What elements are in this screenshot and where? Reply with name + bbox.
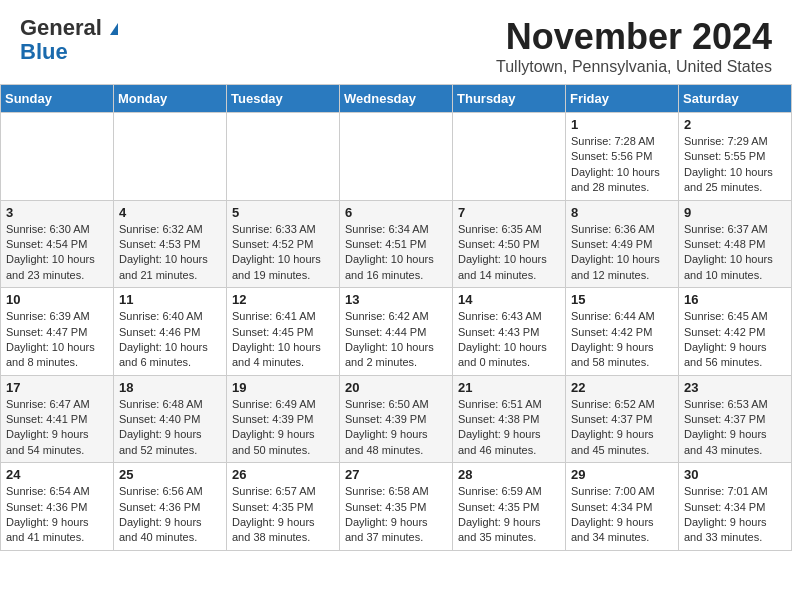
day-info: Sunrise: 6:34 AM Sunset: 4:51 PM Dayligh…	[345, 222, 447, 284]
day-number: 28	[458, 467, 560, 482]
day-info: Sunrise: 6:50 AM Sunset: 4:39 PM Dayligh…	[345, 397, 447, 459]
calendar-header-row: SundayMondayTuesdayWednesdayThursdayFrid…	[1, 85, 792, 113]
day-info: Sunrise: 6:33 AM Sunset: 4:52 PM Dayligh…	[232, 222, 334, 284]
calendar-cell: 16Sunrise: 6:45 AM Sunset: 4:42 PM Dayli…	[679, 288, 792, 376]
day-info: Sunrise: 6:49 AM Sunset: 4:39 PM Dayligh…	[232, 397, 334, 459]
day-number: 18	[119, 380, 221, 395]
day-info: Sunrise: 6:48 AM Sunset: 4:40 PM Dayligh…	[119, 397, 221, 459]
calendar-cell: 10Sunrise: 6:39 AM Sunset: 4:47 PM Dayli…	[1, 288, 114, 376]
day-info: Sunrise: 6:32 AM Sunset: 4:53 PM Dayligh…	[119, 222, 221, 284]
day-number: 13	[345, 292, 447, 307]
day-number: 5	[232, 205, 334, 220]
day-number: 14	[458, 292, 560, 307]
day-number: 10	[6, 292, 108, 307]
calendar-cell: 29Sunrise: 7:00 AM Sunset: 4:34 PM Dayli…	[566, 463, 679, 551]
day-info: Sunrise: 6:30 AM Sunset: 4:54 PM Dayligh…	[6, 222, 108, 284]
day-number: 23	[684, 380, 786, 395]
calendar-cell: 24Sunrise: 6:54 AM Sunset: 4:36 PM Dayli…	[1, 463, 114, 551]
day-number: 26	[232, 467, 334, 482]
day-info: Sunrise: 6:37 AM Sunset: 4:48 PM Dayligh…	[684, 222, 786, 284]
calendar-cell: 23Sunrise: 6:53 AM Sunset: 4:37 PM Dayli…	[679, 375, 792, 463]
calendar-cell: 18Sunrise: 6:48 AM Sunset: 4:40 PM Dayli…	[114, 375, 227, 463]
day-number: 7	[458, 205, 560, 220]
day-number: 29	[571, 467, 673, 482]
calendar-cell: 9Sunrise: 6:37 AM Sunset: 4:48 PM Daylig…	[679, 200, 792, 288]
day-info: Sunrise: 6:58 AM Sunset: 4:35 PM Dayligh…	[345, 484, 447, 546]
logo-blue: Blue	[20, 39, 68, 64]
calendar-cell: 25Sunrise: 6:56 AM Sunset: 4:36 PM Dayli…	[114, 463, 227, 551]
day-info: Sunrise: 6:41 AM Sunset: 4:45 PM Dayligh…	[232, 309, 334, 371]
day-info: Sunrise: 6:42 AM Sunset: 4:44 PM Dayligh…	[345, 309, 447, 371]
weekday-header-thursday: Thursday	[453, 85, 566, 113]
day-info: Sunrise: 6:56 AM Sunset: 4:36 PM Dayligh…	[119, 484, 221, 546]
day-number: 19	[232, 380, 334, 395]
calendar-cell: 11Sunrise: 6:40 AM Sunset: 4:46 PM Dayli…	[114, 288, 227, 376]
logo-general: General	[20, 15, 102, 40]
day-info: Sunrise: 6:43 AM Sunset: 4:43 PM Dayligh…	[458, 309, 560, 371]
day-info: Sunrise: 6:44 AM Sunset: 4:42 PM Dayligh…	[571, 309, 673, 371]
calendar-cell: 19Sunrise: 6:49 AM Sunset: 4:39 PM Dayli…	[227, 375, 340, 463]
location-title: Tullytown, Pennsylvania, United States	[496, 58, 772, 76]
title-block: November 2024 Tullytown, Pennsylvania, U…	[496, 16, 772, 76]
calendar-cell: 30Sunrise: 7:01 AM Sunset: 4:34 PM Dayli…	[679, 463, 792, 551]
calendar-cell	[114, 113, 227, 201]
weekday-header-tuesday: Tuesday	[227, 85, 340, 113]
day-info: Sunrise: 6:45 AM Sunset: 4:42 PM Dayligh…	[684, 309, 786, 371]
logo: General Blue	[20, 16, 118, 64]
page-header: General Blue November 2024 Tullytown, Pe…	[0, 0, 792, 84]
calendar-week-row: 10Sunrise: 6:39 AM Sunset: 4:47 PM Dayli…	[1, 288, 792, 376]
calendar-cell	[227, 113, 340, 201]
weekday-header-wednesday: Wednesday	[340, 85, 453, 113]
day-info: Sunrise: 6:59 AM Sunset: 4:35 PM Dayligh…	[458, 484, 560, 546]
day-number: 6	[345, 205, 447, 220]
day-info: Sunrise: 6:52 AM Sunset: 4:37 PM Dayligh…	[571, 397, 673, 459]
calendar-cell: 17Sunrise: 6:47 AM Sunset: 4:41 PM Dayli…	[1, 375, 114, 463]
day-number: 16	[684, 292, 786, 307]
day-info: Sunrise: 6:35 AM Sunset: 4:50 PM Dayligh…	[458, 222, 560, 284]
day-number: 24	[6, 467, 108, 482]
calendar-cell: 27Sunrise: 6:58 AM Sunset: 4:35 PM Dayli…	[340, 463, 453, 551]
day-number: 20	[345, 380, 447, 395]
weekday-header-sunday: Sunday	[1, 85, 114, 113]
day-number: 9	[684, 205, 786, 220]
day-info: Sunrise: 6:47 AM Sunset: 4:41 PM Dayligh…	[6, 397, 108, 459]
day-number: 2	[684, 117, 786, 132]
calendar-cell	[340, 113, 453, 201]
day-info: Sunrise: 6:40 AM Sunset: 4:46 PM Dayligh…	[119, 309, 221, 371]
day-number: 17	[6, 380, 108, 395]
day-number: 4	[119, 205, 221, 220]
calendar-cell: 21Sunrise: 6:51 AM Sunset: 4:38 PM Dayli…	[453, 375, 566, 463]
day-info: Sunrise: 6:54 AM Sunset: 4:36 PM Dayligh…	[6, 484, 108, 546]
day-number: 12	[232, 292, 334, 307]
day-info: Sunrise: 7:00 AM Sunset: 4:34 PM Dayligh…	[571, 484, 673, 546]
calendar-cell: 26Sunrise: 6:57 AM Sunset: 4:35 PM Dayli…	[227, 463, 340, 551]
calendar-cell	[453, 113, 566, 201]
calendar-week-row: 1Sunrise: 7:28 AM Sunset: 5:56 PM Daylig…	[1, 113, 792, 201]
weekday-header-monday: Monday	[114, 85, 227, 113]
calendar-cell: 1Sunrise: 7:28 AM Sunset: 5:56 PM Daylig…	[566, 113, 679, 201]
calendar-cell	[1, 113, 114, 201]
calendar-cell: 15Sunrise: 6:44 AM Sunset: 4:42 PM Dayli…	[566, 288, 679, 376]
day-number: 15	[571, 292, 673, 307]
day-info: Sunrise: 7:28 AM Sunset: 5:56 PM Dayligh…	[571, 134, 673, 196]
day-info: Sunrise: 7:01 AM Sunset: 4:34 PM Dayligh…	[684, 484, 786, 546]
day-number: 30	[684, 467, 786, 482]
day-number: 27	[345, 467, 447, 482]
calendar-cell: 3Sunrise: 6:30 AM Sunset: 4:54 PM Daylig…	[1, 200, 114, 288]
calendar-cell: 5Sunrise: 6:33 AM Sunset: 4:52 PM Daylig…	[227, 200, 340, 288]
day-info: Sunrise: 6:36 AM Sunset: 4:49 PM Dayligh…	[571, 222, 673, 284]
calendar-table: SundayMondayTuesdayWednesdayThursdayFrid…	[0, 84, 792, 551]
calendar-cell: 13Sunrise: 6:42 AM Sunset: 4:44 PM Dayli…	[340, 288, 453, 376]
day-number: 3	[6, 205, 108, 220]
calendar-cell: 22Sunrise: 6:52 AM Sunset: 4:37 PM Dayli…	[566, 375, 679, 463]
day-info: Sunrise: 7:29 AM Sunset: 5:55 PM Dayligh…	[684, 134, 786, 196]
day-number: 1	[571, 117, 673, 132]
calendar-week-row: 3Sunrise: 6:30 AM Sunset: 4:54 PM Daylig…	[1, 200, 792, 288]
day-number: 8	[571, 205, 673, 220]
day-number: 11	[119, 292, 221, 307]
day-info: Sunrise: 6:57 AM Sunset: 4:35 PM Dayligh…	[232, 484, 334, 546]
calendar-week-row: 24Sunrise: 6:54 AM Sunset: 4:36 PM Dayli…	[1, 463, 792, 551]
weekday-header-saturday: Saturday	[679, 85, 792, 113]
calendar-cell: 2Sunrise: 7:29 AM Sunset: 5:55 PM Daylig…	[679, 113, 792, 201]
calendar-cell: 7Sunrise: 6:35 AM Sunset: 4:50 PM Daylig…	[453, 200, 566, 288]
